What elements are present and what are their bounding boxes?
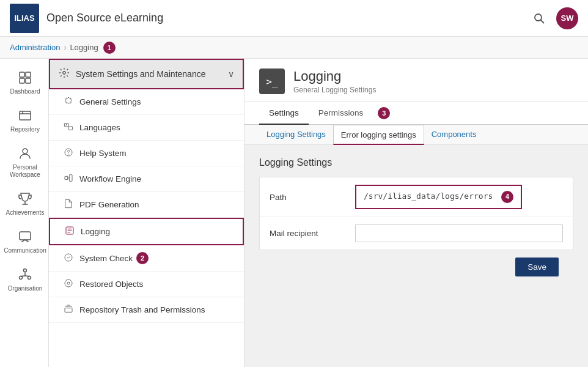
save-button[interactable]: Save [515,258,559,276]
nav-item-repository-trash-label: Repository Trash and Permissions [79,305,205,314]
sidebar-item-repository[interactable]: Repository [0,102,48,139]
general-settings-icon [64,96,73,108]
nav-item-general-settings[interactable]: General Settings [49,89,244,115]
subtab-components[interactable]: Components [424,125,484,145]
nav-item-help-system[interactable]: Help System [49,141,244,166]
languages-icon [64,122,73,133]
breadcrumb: Administration › Logging 1 [0,37,588,59]
svg-point-11 [24,269,27,272]
nav-section-label: System Settings and Maintenance [76,69,228,79]
nav-menu: System Settings and Maintenance ∨ Genera… [49,59,244,367]
step-3-badge: 3 [378,107,390,119]
svg-point-9 [23,149,28,154]
svg-rect-2 [20,72,24,77]
breadcrumb-separator: › [64,43,66,52]
form-row-path: Path /srv/ilias_data/logs/errors 4 [260,177,573,217]
mail-label: Mail recipient [270,229,355,238]
nav-item-workflow-engine-label: Workflow Engine [79,174,141,184]
sidebar-item-achievements[interactable]: Achievements [0,185,48,223]
content-title-group: Logging General Logging Settings [293,69,376,94]
svg-point-33 [65,280,72,287]
app-title: Open Source eLearning [46,12,529,24]
svg-rect-4 [20,78,24,83]
svg-line-15 [21,276,25,276]
content-header: >_ Logging General Logging Settings [244,59,588,102]
nav-item-general-settings-label: General Settings [79,97,141,106]
path-value: /srv/ilias_data/logs/errors 4 [355,185,522,209]
sidebar-item-personal-workspace-label: Personal Workspace [4,164,46,179]
system-settings-icon [59,67,70,81]
logging-content: Logging Settings Path /srv/ilias_data/lo… [244,145,588,296]
subtab-logging-settings[interactable]: Logging Settings [259,125,333,145]
repository-trash-icon [64,304,73,316]
sidebar-item-communication[interactable]: Communication [0,223,48,261]
logging-icon [65,226,75,237]
subtab-error-logging-settings[interactable]: Error logging settings [333,125,424,145]
breadcrumb-current: Logging [70,43,98,52]
nav-item-help-system-label: Help System [79,149,127,158]
sidebar-item-organisation-label: Organisation [8,285,43,292]
form-actions: Save [259,250,573,284]
svg-line-1 [541,20,545,23]
content-area: >_ Logging General Logging Settings Sett… [244,59,588,367]
nav-item-languages[interactable]: Languages [49,115,244,141]
sidebar-item-personal-workspace[interactable]: Personal Workspace [0,139,48,185]
form-row-mail: Mail recipient [260,217,573,250]
icon-sidebar: Dashboard Repository Personal Workspace [0,59,49,367]
nav-item-restored-objects[interactable]: Restored Objects [49,272,244,297]
step-1-badge: 1 [103,42,116,54]
step-4-badge: 4 [501,191,513,203]
content-title: Logging [293,69,376,84]
dashboard-icon [17,70,33,86]
content-icon: >_ [259,69,285,94]
main-layout: Dashboard Repository Personal Workspace [0,59,588,367]
workflow-engine-icon [64,173,73,185]
nav-item-logging-label: Logging [81,227,110,236]
subtab-bar: Logging Settings Error logging settings … [244,125,588,145]
sidebar-item-repository-label: Repository [10,126,40,133]
nav-item-languages-label: Languages [79,123,120,132]
nav-item-system-check-label: System Check [79,254,133,263]
organisation-icon [17,267,33,283]
path-label: Path [270,193,355,202]
nav-item-repository-trash[interactable]: Repository Trash and Permissions [49,297,244,323]
header: ILIAS Open Source eLearning SW [0,0,588,37]
svg-rect-35 [65,308,72,313]
sidebar-item-achievements-label: Achievements [6,209,45,217]
nav-item-pdf-generation[interactable]: PDF Generation [49,192,244,218]
system-check-icon [64,253,73,264]
chevron-down-icon: ∨ [228,69,234,79]
sidebar-item-organisation[interactable]: Organisation [0,261,48,298]
step-2-badge: 2 [136,252,149,264]
svg-point-13 [28,276,31,280]
restored-objects-icon [64,278,73,290]
tab-settings[interactable]: Settings [259,102,309,125]
nav-item-workflow-engine[interactable]: Workflow Engine [49,166,244,192]
nav-section-system-settings[interactable]: System Settings and Maintenance ∨ [49,59,244,89]
user-avatar[interactable]: SW [556,7,578,29]
help-system-icon [64,147,73,159]
svg-point-34 [67,282,70,284]
svg-point-24 [68,154,68,155]
svg-rect-20 [68,127,73,130]
svg-point-18 [63,72,66,75]
content-subtitle: General Logging Settings [293,86,376,94]
breadcrumb-admin[interactable]: Administration [10,43,60,52]
svg-rect-3 [26,72,31,77]
form-card: Path /srv/ilias_data/logs/errors 4 Mail … [259,177,573,250]
mail-recipient-input[interactable] [355,224,563,242]
sidebar-item-dashboard[interactable]: Dashboard [0,64,48,102]
svg-rect-6 [20,111,31,120]
nav-item-restored-objects-label: Restored Objects [79,280,143,289]
logging-section-title: Logging Settings [259,157,573,168]
svg-line-16 [25,276,29,276]
sidebar-item-dashboard-label: Dashboard [10,88,40,95]
personal-workspace-icon [17,146,33,161]
pdf-generation-icon [64,199,73,210]
search-button[interactable] [529,9,549,28]
tab-permissions[interactable]: Permissions [309,102,373,125]
nav-item-system-check[interactable]: System Check 2 [49,245,244,272]
svg-point-0 [535,14,542,21]
nav-item-logging[interactable]: Logging [49,218,244,245]
sidebar-item-communication-label: Communication [4,247,46,254]
